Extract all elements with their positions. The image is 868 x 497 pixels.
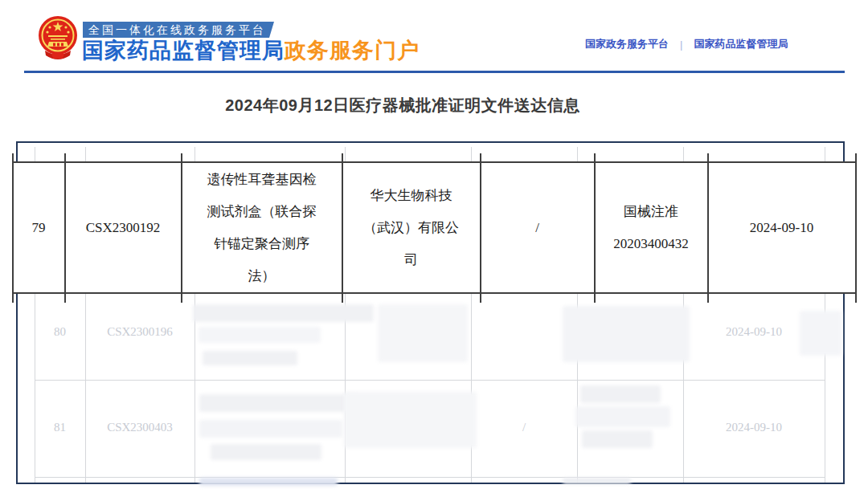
row79-seq: 79 <box>14 163 63 292</box>
site-name: 国家药品监督管理局 <box>82 39 285 63</box>
redacted-blob <box>563 478 631 484</box>
faded-row-classification: / <box>471 418 577 436</box>
redacted-blob <box>203 351 297 365</box>
redacted-blob <box>199 394 360 412</box>
faded-row-acceptance-no: CSX2300196 <box>85 323 194 340</box>
redacted-blob <box>800 311 841 356</box>
faded-row-seq: 81 <box>35 418 85 436</box>
redacted-blob <box>199 327 321 343</box>
page: 全国一体化在线政务服务平台 国家药品监督管理局政务服务门户 国家政务服务平台 |… <box>0 0 868 497</box>
card-border <box>12 292 857 294</box>
redacted-blob <box>193 304 374 322</box>
nav-link-separator: | <box>680 39 682 51</box>
header-nav: 国家政务服务平台 | 国家药品监督管理局 <box>585 37 788 51</box>
faded-row-date: 2024-09-10 <box>683 418 825 436</box>
card-border <box>855 153 857 303</box>
page-title: 2024年09月12日医疗器械批准证明文件送达信息 <box>0 95 805 116</box>
nav-link-nmpa[interactable]: 国家药品监督管理局 <box>694 37 788 51</box>
redacted-blob <box>344 392 477 448</box>
row79-classification: / <box>481 163 593 292</box>
header-divider <box>24 71 845 73</box>
row79-date: 2024-09-10 <box>709 163 854 292</box>
redacted-blob <box>580 385 661 403</box>
site-title: 国家药品监督管理局政务服务门户 <box>82 36 420 65</box>
redacted-blob <box>211 444 321 460</box>
redacted-blob <box>575 406 670 427</box>
redacted-blob <box>582 430 653 448</box>
row79-company: 华大生物科技 （武汉）有限公 司 <box>343 163 479 292</box>
redacted-blob <box>199 478 338 486</box>
platform-badge: 全国一体化在线政务服务平台 <box>83 22 274 38</box>
row79-product-name: 遗传性耳聋基因检 测试剂盒（联合探 针锚定聚合测序 法） <box>182 163 341 292</box>
row79-registration-no: 国械注准 20203400432 <box>596 163 706 292</box>
table-grid-line <box>35 380 825 381</box>
row79-acceptance-no: CSX2300192 <box>66 163 180 292</box>
national-emblem-icon <box>37 15 80 63</box>
redacted-blob <box>199 420 342 438</box>
faded-row-seq: 80 <box>35 323 85 340</box>
redacted-blob <box>378 304 468 362</box>
table-grid-line <box>35 477 825 478</box>
nav-link-gov-service-platform[interactable]: 国家政务服务平台 <box>585 37 669 51</box>
site-suffix: 政务服务门户 <box>285 39 420 63</box>
faded-row-acceptance-no: CSX2300403 <box>85 418 194 436</box>
redacted-blob <box>563 306 690 362</box>
